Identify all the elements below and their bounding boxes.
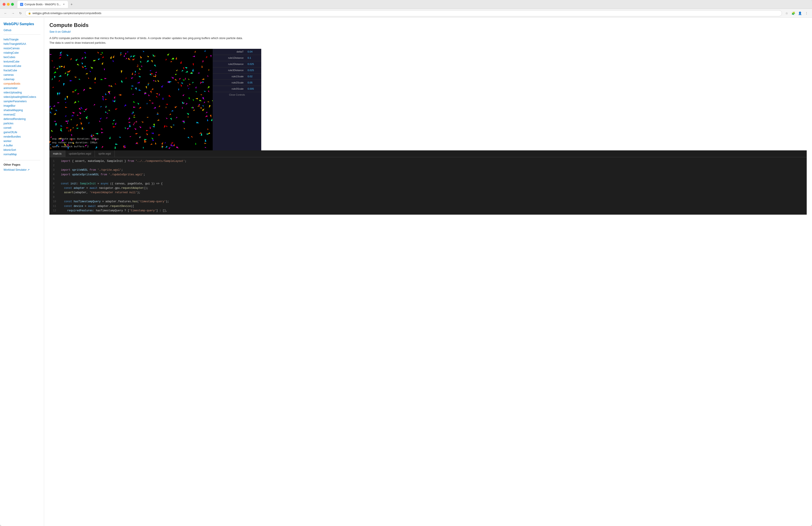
- tab-title: Compute Boids - WebGPU S...: [25, 3, 61, 6]
- svg-marker-321: [155, 75, 157, 77]
- sidebar-item-texturedCube[interactable]: texturedCube: [3, 59, 40, 64]
- main-content: Compute Boids See it on Github! A GPU co…: [44, 18, 812, 526]
- control-label: rule2Distance: [213, 63, 246, 65]
- sidebar-item-cornell[interactable]: cornell: [3, 126, 40, 130]
- sidebar-item-helloTriangle[interactable]: helloTriangle: [3, 37, 40, 42]
- svg-marker-64: [210, 115, 212, 117]
- tab-close-button[interactable]: ✕: [62, 3, 65, 6]
- code-tab-main.ts[interactable]: main.ts: [49, 151, 65, 157]
- svg-marker-49: [82, 127, 83, 130]
- svg-marker-28: [79, 112, 82, 114]
- lock-icon: 🔒: [28, 12, 31, 15]
- sidebar-item-particles[interactable]: particles: [3, 121, 40, 126]
- svg-marker-25: [153, 107, 156, 109]
- sidebar-item-deferredRendering[interactable]: deferredRendering: [3, 117, 40, 121]
- svg-marker-290: [111, 85, 113, 87]
- svg-marker-297: [102, 96, 104, 97]
- github-link[interactable]: See it on Github!: [49, 30, 807, 33]
- svg-marker-42: [166, 125, 168, 127]
- svg-marker-251: [164, 142, 166, 144]
- sidebar-item-reversedZ[interactable]: reversedZ: [3, 112, 40, 117]
- profile-button[interactable]: 👤: [797, 10, 803, 16]
- sidebar-item-imageBlur[interactable]: imageBlur: [3, 103, 40, 108]
- sidebar-item-gameOfLife[interactable]: gameOfLife: [3, 130, 40, 134]
- back-button[interactable]: ←: [3, 10, 9, 16]
- svg-marker-248: [137, 64, 139, 66]
- sidebar-item-cameras[interactable]: cameras: [3, 73, 40, 77]
- code-tab-updateSprites.wgsl[interactable]: updateSprites.wgsl: [65, 151, 95, 157]
- svg-marker-58: [71, 115, 73, 116]
- forward-button[interactable]: →: [10, 10, 16, 16]
- svg-marker-356: [146, 133, 148, 135]
- sidebar-item-bitonicSort[interactable]: bitonicSort: [3, 148, 40, 152]
- sidebar-item-instancedCube[interactable]: instancedCube: [3, 64, 40, 68]
- svg-marker-363: [129, 124, 131, 127]
- svg-marker-118: [50, 144, 51, 145]
- sidebar-item-animometer[interactable]: animometer: [3, 86, 40, 90]
- svg-marker-277: [171, 76, 174, 79]
- code-line-12: 12 requiredFeatures: hasTimestampQuery ?…: [53, 209, 803, 213]
- sidebar-item-shadowMapping[interactable]: shadowMapping: [3, 108, 40, 112]
- svg-marker-91: [82, 62, 83, 64]
- maximize-button[interactable]: [11, 3, 14, 6]
- svg-marker-288: [102, 52, 103, 54]
- sidebar-item-worker[interactable]: worker: [3, 139, 40, 143]
- close-controls-button[interactable]: Close Controls: [213, 92, 261, 97]
- svg-marker-208: [153, 54, 154, 57]
- sidebar-item-cubemap[interactable]: cubemap: [3, 77, 40, 82]
- svg-marker-200: [101, 132, 104, 133]
- sidebar-item-videoUploading[interactable]: videoUploading: [3, 90, 40, 95]
- control-row-rule1Distance: rule1Distance 0.1: [213, 55, 261, 61]
- extensions-button[interactable]: 🧩: [791, 10, 796, 16]
- sidebar-item-A-buffer[interactable]: A-buffer: [3, 143, 40, 148]
- sidebar-github-link[interactable]: Github: [3, 29, 40, 35]
- svg-marker-100: [64, 120, 67, 122]
- svg-marker-113: [60, 129, 62, 132]
- svg-marker-71: [208, 101, 209, 102]
- svg-marker-286: [106, 117, 108, 118]
- active-tab[interactable]: W Compute Boids - WebGPU S... ✕: [17, 1, 68, 8]
- sidebar-item-videoUploadingWebCodecs[interactable]: videoUploadingWebCodecs: [3, 95, 40, 99]
- address-bar[interactable]: 🔒 webgpu.github.io/webgpu-samples/sample…: [25, 10, 782, 16]
- svg-marker-263: [52, 60, 53, 62]
- sidebar-item-computeBoids[interactable]: computeBoids: [3, 82, 40, 86]
- svg-marker-393: [157, 119, 159, 120]
- svg-marker-147: [154, 55, 155, 57]
- svg-marker-265: [193, 109, 195, 111]
- code-tab-sprite.wgsl[interactable]: sprite.wgsl: [95, 151, 115, 157]
- workload-simulator-link[interactable]: Workload Simulator ↗: [3, 168, 30, 171]
- svg-marker-62: [88, 77, 89, 79]
- control-value-rule3Distance: 0.025: [246, 69, 261, 72]
- svg-marker-54: [68, 120, 69, 122]
- svg-marker-95: [89, 87, 92, 88]
- sidebar-item-rotatingCube[interactable]: rotatingCube: [3, 51, 40, 55]
- sidebar-title[interactable]: WebGPU Samples: [3, 22, 40, 26]
- svg-marker-302: [176, 117, 177, 118]
- svg-marker-161: [149, 70, 151, 71]
- svg-marker-97: [175, 79, 177, 81]
- svg-marker-360: [188, 88, 190, 89]
- svg-marker-340: [66, 127, 69, 129]
- sidebar-item-twoCubes[interactable]: twoCubes: [3, 55, 40, 59]
- svg-marker-34: [114, 100, 115, 102]
- svg-marker-366: [192, 69, 194, 71]
- line-number: 10: [53, 199, 57, 204]
- new-tab-button[interactable]: +: [69, 2, 75, 7]
- svg-marker-373: [195, 86, 197, 88]
- svg-marker-17: [121, 70, 122, 73]
- close-button[interactable]: [3, 3, 5, 6]
- sidebar-item-fractalCube[interactable]: fractalCube: [3, 68, 40, 73]
- sidebar-item-normalMap[interactable]: normalMap: [3, 152, 40, 157]
- menu-button[interactable]: ⋮: [803, 10, 809, 16]
- sidebar-item-helloTriangleMSAA[interactable]: helloTriangleMSAA: [3, 42, 40, 46]
- sidebar-item-renderBundles[interactable]: renderBundles: [3, 134, 40, 139]
- sidebar-item-resizeCanvas[interactable]: resizeCanvas: [3, 46, 40, 51]
- bookmark-button[interactable]: ☆: [784, 10, 789, 16]
- svg-marker-390: [151, 132, 154, 134]
- svg-marker-165: [105, 111, 107, 112]
- sidebar-item-samplerParameters[interactable]: samplerParameters: [3, 99, 40, 103]
- minimize-button[interactable]: [7, 3, 10, 6]
- refresh-button[interactable]: ↻: [18, 10, 24, 16]
- svg-marker-218: [194, 51, 196, 53]
- svg-marker-365: [171, 143, 172, 146]
